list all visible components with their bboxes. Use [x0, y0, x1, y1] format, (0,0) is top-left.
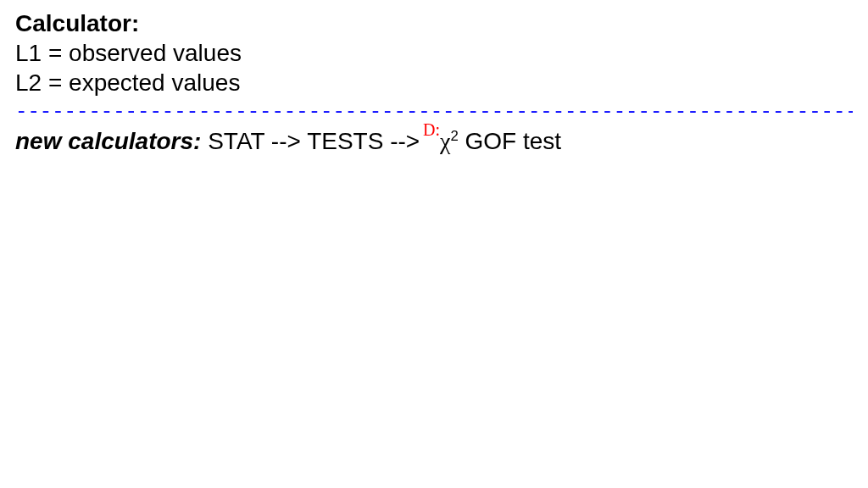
heading-calculator: Calculator: [15, 8, 853, 38]
line-l2: L2 = expected values [15, 68, 853, 97]
line-new-calculators: new calculators: STAT --> TESTS --> D:χ2… [15, 126, 853, 156]
chi-exponent: 2 [450, 128, 458, 144]
slide-content: Calculator: L1 = observed values L2 = ex… [0, 0, 868, 171]
chi-symbol: χ [440, 128, 450, 154]
new-calculators-label: new calculators: [15, 128, 201, 154]
handwritten-annotation-d: D: [423, 120, 440, 139]
new-calculators-path-2: GOF test [459, 128, 561, 154]
line-l1: L1 = observed values [15, 38, 853, 68]
new-calculators-path-1: STAT --> TESTS --> [201, 128, 426, 154]
